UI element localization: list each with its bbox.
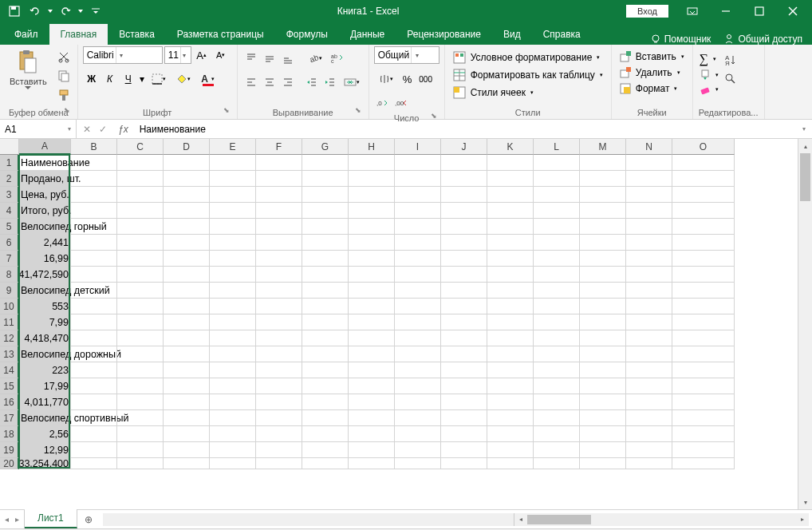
cell[interactable] [349,299,395,314]
insert-cells-button[interactable]: Вставить▾ [617,49,688,64]
align-bottom-icon[interactable] [279,49,297,67]
row-header[interactable]: 9 [0,283,19,299]
shrink-font-icon[interactable]: A▾ [212,46,230,64]
horizontal-scrollbar[interactable]: ◂ ▸ [514,513,809,526]
cell[interactable] [626,394,672,410]
cell[interactable] [534,426,580,442]
cell[interactable]: 33,254,400 [19,458,71,469]
underline-dropdown-icon[interactable]: ▾ [138,70,146,88]
cell[interactable] [487,203,534,219]
row-header[interactable]: 19 [0,442,19,458]
cell[interactable] [71,330,117,346]
cell[interactable] [256,458,302,469]
fx-icon[interactable]: ƒx [113,120,133,138]
cell[interactable] [164,171,210,187]
cell[interactable] [487,267,534,283]
cell[interactable] [349,283,395,299]
cell[interactable] [534,330,580,346]
cell[interactable]: 12,99 [19,442,71,458]
cell[interactable] [256,314,302,330]
cell[interactable] [580,267,626,283]
row-header[interactable]: 13 [0,346,19,362]
row-header[interactable]: 4 [0,203,19,219]
cell[interactable]: Цена, руб. [19,187,71,203]
cell[interactable] [580,458,626,469]
column-header[interactable]: F [256,139,302,155]
cell[interactable] [626,235,672,251]
find-icon[interactable] [722,70,739,88]
cell[interactable] [71,362,117,378]
cell[interactable] [210,442,256,458]
cell[interactable] [487,314,534,330]
cell[interactable] [672,362,735,378]
cell[interactable] [534,314,580,330]
cell[interactable] [210,426,256,442]
cell[interactable] [672,330,735,346]
cell[interactable] [256,283,302,299]
cell[interactable] [395,155,441,171]
cell[interactable] [164,378,210,394]
cell[interactable] [349,442,395,458]
cell[interactable] [164,362,210,378]
cell[interactable] [210,314,256,330]
cell[interactable] [256,235,302,251]
cell[interactable] [626,346,672,362]
column-header[interactable]: J [441,139,487,155]
cell[interactable] [71,299,117,314]
cell[interactable]: Продано, шт. [19,171,71,187]
cell[interactable] [672,299,735,314]
cell[interactable] [71,314,117,330]
cell[interactable] [302,314,349,330]
cell[interactable] [487,235,534,251]
cell[interactable] [580,283,626,299]
cell[interactable] [441,330,487,346]
cell[interactable] [534,346,580,362]
cell[interactable] [395,251,441,267]
number-format-combo[interactable]: Общий▾ [374,46,440,64]
cell[interactable] [71,171,117,187]
cell[interactable] [672,378,735,394]
row-header[interactable]: 1 [0,155,19,171]
cell[interactable] [302,235,349,251]
row-header[interactable]: 15 [0,378,19,394]
align-top-icon[interactable] [242,49,260,67]
cell[interactable] [302,171,349,187]
redo-icon[interactable] [56,2,75,21]
cell[interactable] [395,314,441,330]
cell[interactable] [117,394,164,410]
cell[interactable] [349,314,395,330]
cell[interactable] [349,378,395,394]
decrease-indent-icon[interactable] [303,73,321,91]
row-header[interactable]: 8 [0,267,19,283]
cell[interactable] [164,203,210,219]
cell[interactable] [672,346,735,362]
cell[interactable] [487,251,534,267]
cell[interactable] [441,410,487,426]
italic-button[interactable]: К [101,70,119,88]
cell[interactable] [71,346,117,362]
cell[interactable] [302,267,349,283]
wrap-text-icon[interactable]: abc [328,49,345,67]
cell[interactable] [302,442,349,458]
grow-font-icon[interactable]: A▴ [193,46,211,64]
cell[interactable] [395,283,441,299]
cell[interactable] [672,442,735,458]
cell[interactable] [672,219,735,235]
cell[interactable]: Наименование [19,155,71,171]
cell[interactable] [441,283,487,299]
column-header[interactable]: O [672,139,735,155]
cell[interactable] [626,203,672,219]
cell[interactable] [395,378,441,394]
paste-button[interactable]: Вставить [5,46,52,93]
cell[interactable] [71,251,117,267]
cell[interactable] [117,346,164,362]
vertical-scrollbar[interactable]: ▴ ▾ [798,139,812,509]
cell[interactable] [441,442,487,458]
cell[interactable] [626,155,672,171]
cell[interactable] [580,362,626,378]
sheet-nav-prev-icon[interactable]: ◂ [5,515,9,524]
cell[interactable] [164,314,210,330]
cell[interactable]: 16,99 [19,251,71,267]
row-header[interactable]: 18 [0,426,19,442]
cell[interactable] [580,187,626,203]
